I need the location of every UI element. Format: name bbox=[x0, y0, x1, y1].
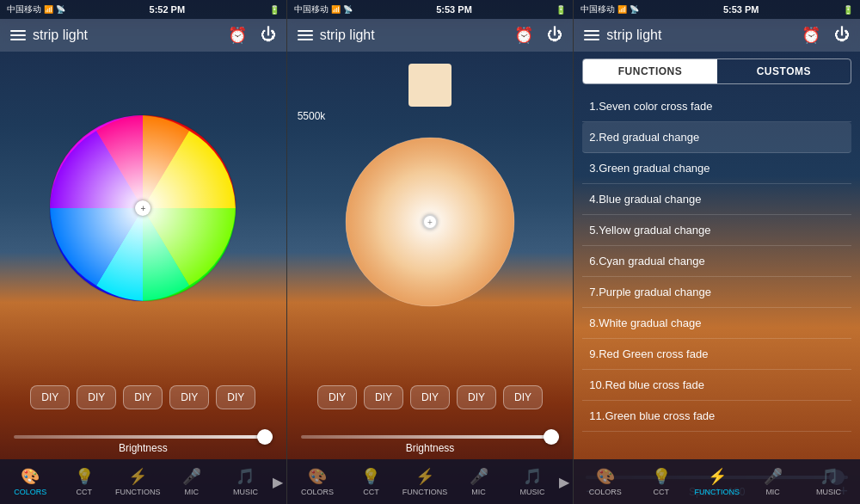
diy-btn-2[interactable]: DIY bbox=[77, 385, 116, 409]
functions-label-1: FUNCTIONS bbox=[115, 488, 161, 496]
diy-btn-2-4[interactable]: DIY bbox=[457, 385, 496, 409]
brightness-track-2[interactable] bbox=[301, 435, 560, 439]
app-title-2: strip light bbox=[320, 28, 375, 43]
function-item-3[interactable]: 3.Green gradual change bbox=[582, 153, 851, 184]
functions-label-3: FUNCTIONS bbox=[694, 488, 740, 496]
nav-cct-2[interactable]: 💡 CCT bbox=[344, 467, 398, 496]
brightness-section-2: Brightness bbox=[287, 435, 574, 454]
nav-music-2[interactable]: 🎵 MUSIC bbox=[506, 467, 560, 496]
panel-colors: 中国移动 📶 📡 5:52 PM 🔋 strip light ⏰ ⏻ R 153… bbox=[0, 0, 287, 504]
music-label-2: MUSIC bbox=[520, 488, 545, 496]
diy-row-1: DIY DIY DIY DIY DIY bbox=[0, 385, 286, 409]
carrier-3: 中国移动 bbox=[580, 3, 615, 15]
menu-icon-1[interactable] bbox=[10, 30, 26, 40]
function-item-8[interactable]: 8.White gradual chage bbox=[582, 308, 851, 339]
color-wheel-section: + bbox=[0, 105, 286, 303]
nav-functions-3[interactable]: ⚡ FUNCTIONS bbox=[689, 467, 745, 496]
time-1: 5:52 PM bbox=[150, 4, 186, 15]
nav-music-1[interactable]: 🎵 MUSIC bbox=[218, 467, 273, 496]
nav-cct-3[interactable]: 💡 CCT bbox=[633, 467, 689, 496]
nav-colors-3[interactable]: 🎨 COLORS bbox=[577, 467, 633, 496]
nav-functions-1[interactable]: ⚡ FUNCTIONS bbox=[111, 467, 165, 496]
functions-tabs: FUNCTIONS CUSTOMS bbox=[582, 58, 851, 84]
brightness-section-1: Brightness bbox=[0, 435, 286, 454]
diy-btn-2-2[interactable]: DIY bbox=[364, 385, 403, 409]
nav-colors-1[interactable]: 🎨 COLORS bbox=[3, 467, 58, 496]
nav-mic-3[interactable]: 🎤 MIC bbox=[745, 467, 801, 496]
header-icons-3: ⏰ ⏻ bbox=[802, 26, 850, 45]
nav-more-1[interactable]: ▶ bbox=[273, 474, 283, 490]
cct-wheel[interactable]: + bbox=[344, 136, 516, 308]
header-1: strip light ⏰ ⏻ bbox=[0, 19, 286, 52]
app-title-3: strip light bbox=[606, 28, 661, 43]
function-item-9[interactable]: 9.Red Green cross fade bbox=[582, 339, 851, 370]
cct-icon-3: 💡 bbox=[652, 467, 671, 486]
wifi-icon-3: 📡 bbox=[630, 5, 639, 14]
diy-btn-3[interactable]: DIY bbox=[123, 385, 163, 409]
wheel-handle[interactable]: + bbox=[135, 200, 150, 216]
function-item-11[interactable]: 11.Green blue cross fade bbox=[582, 401, 851, 432]
panel-functions: 中国移动 📶 📡 5:53 PM 🔋 strip light ⏰ ⏻ bbox=[574, 0, 860, 504]
music-icon-2: 🎵 bbox=[523, 467, 542, 486]
header-3: strip light ⏰ ⏻ bbox=[574, 19, 860, 52]
panel-cct: 中国移动 📶 📡 5:53 PM 🔋 strip light ⏰ ⏻ 5500k bbox=[287, 0, 574, 504]
diy-btn-4[interactable]: DIY bbox=[169, 385, 209, 409]
diy-btn-5[interactable]: DIY bbox=[216, 385, 255, 409]
app-title-1: strip light bbox=[33, 28, 88, 43]
colors-label-2: COLORS bbox=[301, 488, 334, 496]
signal-icon-3: 📶 bbox=[617, 5, 627, 14]
function-item-4[interactable]: 4.Blue gradual change bbox=[582, 184, 851, 215]
bottom-nav-1: 🎨 COLORS 💡 CCT ⚡ FUNCTIONS 🎤 MIC 🎵 MUSIC… bbox=[0, 459, 286, 504]
power-icon-3[interactable]: ⏻ bbox=[834, 26, 850, 45]
color-wheel[interactable]: + bbox=[48, 114, 237, 303]
menu-icon-2[interactable] bbox=[298, 30, 313, 40]
diy-btn-2-1[interactable]: DIY bbox=[317, 385, 357, 409]
colors-icon-1: 🎨 bbox=[21, 467, 40, 486]
time-3: 5:53 PM bbox=[723, 4, 759, 15]
cct-handle[interactable]: + bbox=[422, 214, 438, 230]
cct-icon-2: 💡 bbox=[361, 467, 380, 486]
alarm-icon-1[interactable]: ⏰ bbox=[228, 26, 247, 45]
signal-icon-1: 📶 bbox=[44, 5, 53, 14]
status-bar-1: 中国移动 📶 📡 5:52 PM 🔋 bbox=[0, 0, 286, 19]
nav-functions-2[interactable]: ⚡ FUNCTIONS bbox=[398, 467, 452, 496]
nav-more-2[interactable]: ▶ bbox=[559, 474, 569, 490]
status-right-3: 🔋 bbox=[843, 5, 853, 15]
wifi-icon-2: 📡 bbox=[343, 5, 353, 14]
nav-cct-1[interactable]: 💡 CCT bbox=[58, 467, 112, 496]
brightness-thumb-2[interactable] bbox=[544, 429, 559, 445]
diy-row-2: DIY DIY DIY DIY DIY bbox=[287, 385, 574, 409]
header-2: strip light ⏰ ⏻ bbox=[287, 19, 574, 52]
diy-btn-1[interactable]: DIY bbox=[30, 385, 70, 409]
mic-icon-3: 🎤 bbox=[764, 467, 783, 486]
function-item-6[interactable]: 6.Cyan gradual change bbox=[582, 246, 851, 277]
functions-icon-1: ⚡ bbox=[128, 467, 147, 486]
tab-functions[interactable]: FUNCTIONS bbox=[583, 59, 716, 83]
function-item-5[interactable]: 5.Yellow gradual change bbox=[582, 215, 851, 246]
music-label-1: MUSIC bbox=[233, 488, 258, 496]
diy-btn-2-3[interactable]: DIY bbox=[410, 385, 450, 409]
header-left-3: strip light bbox=[584, 28, 661, 43]
alarm-icon-3[interactable]: ⏰ bbox=[802, 26, 820, 45]
brightness-label-2: Brightness bbox=[301, 442, 560, 454]
menu-icon-3[interactable] bbox=[584, 30, 599, 40]
nav-colors-2[interactable]: 🎨 COLORS bbox=[291, 467, 345, 496]
nav-mic-2[interactable]: 🎤 MIC bbox=[452, 467, 506, 496]
function-item-7[interactable]: 7.Purple gradual change bbox=[582, 277, 851, 308]
tab-customs[interactable]: CUSTOMS bbox=[717, 59, 851, 83]
diy-btn-2-5[interactable]: DIY bbox=[503, 385, 543, 409]
colors-icon-3: 🎨 bbox=[596, 467, 615, 486]
brightness-thumb-1[interactable] bbox=[257, 429, 273, 445]
status-bar-3: 中国移动 📶 📡 5:53 PM 🔋 bbox=[574, 0, 860, 19]
function-item-10[interactable]: 10.Red blue cross fade bbox=[582, 370, 851, 401]
nav-mic-1[interactable]: 🎤 MIC bbox=[165, 467, 219, 496]
alarm-icon-2[interactable]: ⏰ bbox=[514, 26, 533, 45]
power-icon-2[interactable]: ⏻ bbox=[547, 26, 562, 45]
brightness-track-1[interactable] bbox=[14, 435, 273, 439]
status-bar-2: 中国移动 📶 📡 5:53 PM 🔋 bbox=[287, 0, 574, 19]
status-right-1: 🔋 bbox=[269, 5, 280, 15]
nav-music-3[interactable]: 🎵 MUSIC bbox=[801, 467, 857, 496]
power-icon-1[interactable]: ⏻ bbox=[261, 26, 276, 45]
function-item-2[interactable]: 2.Red gradual change bbox=[582, 122, 851, 153]
function-item-1[interactable]: 1.Seven color cross fade bbox=[582, 91, 851, 122]
